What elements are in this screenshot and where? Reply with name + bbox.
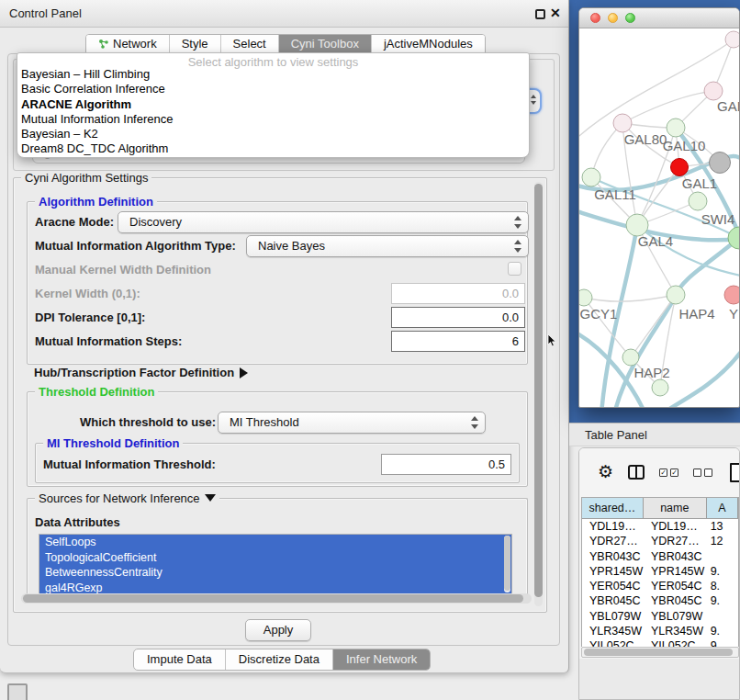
hub-definition-toggle[interactable]: Hub/Transcription Factor Definition xyxy=(34,366,248,379)
attribute-list-item[interactable]: gal4RGexp xyxy=(39,581,511,595)
table-cell[interactable] xyxy=(707,609,738,624)
algorithm-option[interactable]: ARACNE Algorithm xyxy=(17,97,529,112)
deselect-all-columns-icon[interactable] xyxy=(693,469,712,477)
table-cell[interactable]: 9. xyxy=(707,593,738,608)
table-row[interactable]: YPR145WYPR145W9. xyxy=(582,564,738,579)
table-cell[interactable]: YBR045C xyxy=(644,593,707,608)
network-node-hap2[interactable] xyxy=(622,349,639,366)
attribute-list-item[interactable]: SelfLoops xyxy=(39,535,511,550)
table-row[interactable]: YBL079WYBL079W xyxy=(582,609,738,624)
table-row[interactable]: YBR045CYBR045C9. xyxy=(582,593,738,608)
tab-select[interactable]: Select xyxy=(221,35,279,53)
network-node-gcy1[interactable] xyxy=(579,289,592,306)
bottom-tab-infer-network[interactable]: Infer Network xyxy=(333,649,430,670)
network-window-titlebar[interactable] xyxy=(579,8,739,28)
new-table-icon[interactable] xyxy=(730,463,740,482)
tab-cyni-toolbox[interactable]: Cyni Toolbox xyxy=(279,35,372,53)
network-node-y[interactable] xyxy=(724,286,740,304)
table-cell[interactable]: YIL052C xyxy=(582,638,644,647)
settings-vertical-scrollbar[interactable] xyxy=(534,182,543,606)
algorithm-option[interactable]: Mutual Information Inference xyxy=(17,112,529,127)
table-cell[interactable]: YER054C xyxy=(582,579,644,593)
which-threshold-combobox[interactable]: MI Threshold xyxy=(218,412,486,434)
column-header-shared[interactable]: shared… xyxy=(582,498,644,518)
close-traffic-light-icon[interactable] xyxy=(590,13,600,23)
column-header-name[interactable]: name xyxy=(644,498,707,518)
algorithm-combobox-fragment[interactable] xyxy=(528,88,542,114)
float-window-icon[interactable] xyxy=(535,9,545,19)
table-cell[interactable]: YDL19… xyxy=(582,519,644,534)
network-canvas[interactable]: GALGAL80GAL10GAL1GAL11SWI4GAL4GCY1HAP4YH… xyxy=(579,28,740,408)
table-cell[interactable]: YIL052C xyxy=(644,638,707,647)
sources-group-title[interactable]: Sources for Network Inference xyxy=(35,491,219,505)
attribute-list-item[interactable]: BetweennessCentrality xyxy=(39,565,511,581)
network-node-gal10[interactable] xyxy=(667,119,685,137)
table-row[interactable]: YDL19…YDL19…13 xyxy=(582,519,738,534)
apply-button[interactable]: Apply xyxy=(245,619,311,641)
network-node[interactable] xyxy=(710,152,731,174)
network-node-hap4[interactable] xyxy=(667,286,685,304)
minimize-traffic-light-icon[interactable] xyxy=(608,13,618,23)
network-node-gal1[interactable] xyxy=(671,159,689,176)
table-cell[interactable]: 9. xyxy=(707,638,738,647)
table-row[interactable]: YLR345WYLR345W9. xyxy=(582,624,738,638)
attribute-list-item[interactable]: TopologicalCoefficient xyxy=(39,550,511,566)
table-cell[interactable]: YLR345W xyxy=(644,624,707,638)
table-cell[interactable]: YER054C xyxy=(644,579,707,593)
table-cell[interactable]: YBL079W xyxy=(644,609,707,624)
bottom-tab-impute-data[interactable]: Impute Data xyxy=(134,649,226,670)
data-attributes-list[interactable]: SelfLoopsTopologicalCoefficientBetweenne… xyxy=(39,534,512,594)
attributes-list-scrollbar[interactable] xyxy=(504,536,510,593)
column-layout-icon[interactable] xyxy=(628,465,645,480)
table-horizontal-scrollbar[interactable] xyxy=(581,647,739,658)
manual-kernel-width-checkbox[interactable] xyxy=(508,262,521,276)
table-cell[interactable]: YBL079W xyxy=(582,609,644,624)
table-cell[interactable]: YBR043C xyxy=(644,549,707,564)
table-cell[interactable]: YBR045C xyxy=(582,593,644,608)
dpi-tolerance-field[interactable]: 0.0 xyxy=(391,307,525,328)
table-cell[interactable]: 8. xyxy=(707,579,738,593)
mi-steps-field[interactable]: 6 xyxy=(391,331,525,352)
bottom-tab-discretize-data[interactable]: Discretize Data xyxy=(226,649,333,670)
mi-threshold-field[interactable]: 0.5 xyxy=(381,454,511,475)
network-node[interactable] xyxy=(689,192,707,210)
table-row[interactable]: YER054CYER054C8. xyxy=(582,579,738,593)
algorithm-option[interactable]: Bayesian – K2 xyxy=(17,127,529,141)
table-cell[interactable]: YBR043C xyxy=(582,549,644,564)
minimized-panel-icon[interactable] xyxy=(7,683,28,700)
tab-network[interactable]: Network xyxy=(86,35,170,53)
mi-algorithm-type-combobox[interactable]: Naive Bayes xyxy=(246,235,529,257)
network-node-gal[interactable] xyxy=(704,82,723,100)
column-header-a[interactable]: A xyxy=(707,498,738,518)
close-icon[interactable]: ✕ xyxy=(550,6,561,20)
table-cell[interactable] xyxy=(707,549,738,564)
settings-horizontal-scrollbar[interactable] xyxy=(21,593,532,604)
network-node-gal80[interactable] xyxy=(613,114,632,132)
table-cell[interactable]: 12 xyxy=(707,534,738,548)
table-cell[interactable]: YDR27… xyxy=(644,534,707,548)
table-cell[interactable]: 9. xyxy=(707,564,738,579)
tab-style[interactable]: Style xyxy=(170,35,221,53)
table-cell[interactable]: YDL19… xyxy=(644,519,707,534)
network-node[interactable] xyxy=(725,31,740,48)
zoom-traffic-light-icon[interactable] xyxy=(625,13,635,23)
select-all-columns-icon[interactable]: ✓✓ xyxy=(659,469,678,477)
tab-label: Select xyxy=(233,35,266,53)
table-cell[interactable]: YPR145W xyxy=(644,564,707,579)
table-row[interactable]: YBR043CYBR043C xyxy=(582,549,738,564)
algorithm-option[interactable]: Bayesian – Hill Climbing xyxy=(17,67,529,82)
tab-jactivemnodules[interactable]: jActiveMNodules xyxy=(372,35,485,53)
network-node[interactable] xyxy=(652,379,668,396)
aracne-mode-combobox[interactable]: Discovery xyxy=(118,211,529,233)
network-node-gal11[interactable] xyxy=(582,168,600,186)
table-cell[interactable]: YDR27… xyxy=(582,534,644,548)
table-cell[interactable]: 9. xyxy=(707,624,738,638)
algorithm-option[interactable]: Basic Correlation Inference xyxy=(17,82,529,96)
table-row[interactable]: YDR27…YDR27…12 xyxy=(582,534,738,548)
table-row[interactable]: YIL052CYIL052C9. xyxy=(582,638,738,647)
table-cell[interactable]: YLR345W xyxy=(582,624,644,638)
settings-gear-icon[interactable]: ⚙ xyxy=(598,464,613,480)
table-cell[interactable]: 13 xyxy=(707,519,738,534)
table-cell[interactable]: YPR145W xyxy=(582,564,644,579)
algorithm-option[interactable]: Dream8 DC_TDC Algorithm xyxy=(17,141,529,156)
